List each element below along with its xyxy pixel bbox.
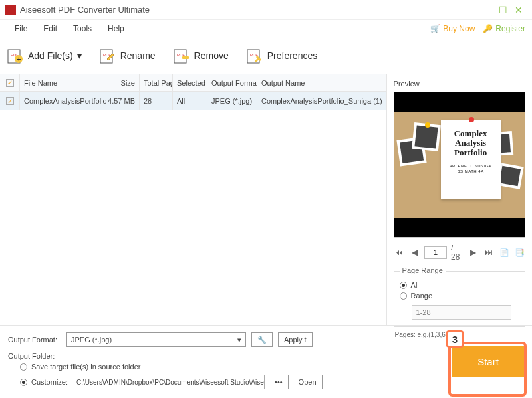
preview-title: Complex Analysis Portfolio: [445, 129, 497, 157]
add-file-button[interactable]: PDF+ Add File(s) ▾: [7, 47, 82, 64]
app-logo-icon: [5, 5, 16, 15]
header-filename[interactable]: File Name: [20, 74, 106, 91]
format-settings-button[interactable]: 🔧: [251, 332, 273, 347]
row-checkbox[interactable]: [6, 97, 14, 105]
apply-to-all-button[interactable]: Apply t: [278, 332, 313, 347]
preview-subtitle: BS MATH 4A: [445, 169, 497, 173]
select-all-checkbox[interactable]: [6, 79, 14, 87]
output-folder-label: Output Folder:: [8, 352, 61, 360]
menu-help[interactable]: Help: [100, 21, 132, 36]
export-page-icon[interactable]: 📑: [514, 248, 525, 257]
save-source-radio[interactable]: Save target file(s) in source folder: [20, 363, 450, 371]
cell-outname: ComplexAnalysisPortfolio_Suniga (1): [257, 92, 386, 110]
wrench-icon: 🔧: [257, 336, 267, 344]
start-label: Start: [477, 356, 499, 367]
cell-size: 4.57 MB: [106, 92, 140, 110]
output-path-field[interactable]: C:\Users\ADMIN\Dropbox\PC\Documents\Aise…: [72, 375, 265, 389]
preview-author: ARLENE D. SUNIGA: [445, 164, 497, 168]
add-file-label: Add File(s): [28, 50, 73, 61]
next-page-button[interactable]: ▶: [467, 248, 479, 257]
maximize-button[interactable]: ☐: [495, 3, 511, 17]
range-input[interactable]: [412, 305, 511, 320]
cell-total: 28: [140, 92, 173, 110]
menu-tools[interactable]: Tools: [65, 21, 100, 36]
file-list-panel: File Name Size Total Pag Selected Output…: [0, 74, 387, 325]
page-range-fieldset: Page Range All Range: [394, 271, 525, 327]
preview-label: Preview: [394, 80, 525, 88]
buy-now-link[interactable]: 🛒 Buy Now: [430, 24, 475, 33]
save-source-label: Save target file(s) in source folder: [31, 363, 140, 371]
apply-label: Apply t: [284, 336, 307, 344]
output-format-label: Output Format:: [8, 336, 61, 344]
menu-edit[interactable]: Edit: [35, 21, 65, 36]
cell-filename: ComplexAnalysisPortfolio_S...: [20, 92, 106, 110]
start-button[interactable]: Start: [452, 346, 524, 377]
rename-label: Rename: [120, 50, 156, 61]
header-format[interactable]: Output Forma: [207, 74, 257, 91]
preview-panel: Preview Complex Analysis Portfolio ARLEN…: [387, 74, 532, 325]
close-button[interactable]: ✕: [511, 3, 527, 17]
svg-rect-8: [182, 56, 189, 59]
open-folder-button[interactable]: Open: [293, 375, 323, 389]
range-all-radio[interactable]: All: [400, 281, 519, 289]
radio-icon: [20, 379, 27, 386]
add-file-icon: PDF+: [7, 47, 24, 64]
cart-icon: 🛒: [430, 24, 440, 33]
svg-text:+: +: [17, 55, 21, 63]
cell-format: JPEG (*.jpg): [207, 92, 257, 110]
open-label: Open: [299, 378, 317, 386]
chevron-down-icon: ▾: [77, 50, 82, 61]
header-outname[interactable]: Output Name: [257, 74, 386, 91]
first-page-button[interactable]: ⏮: [394, 248, 405, 257]
browse-button[interactable]: •••: [269, 375, 289, 389]
output-format-select[interactable]: JPEG (*.jpg) ▾: [66, 332, 246, 347]
prev-page-button[interactable]: ◀: [409, 248, 420, 257]
rename-icon: PDF: [99, 47, 116, 64]
header-size[interactable]: Size: [106, 74, 140, 91]
chevron-down-icon: ▾: [237, 336, 241, 344]
pager: ⏮ ◀ / 28 ▶ ⏭ 📄 📑: [394, 243, 525, 262]
page-total: / 28: [451, 243, 464, 262]
range-custom-label: Range: [411, 292, 432, 300]
radio-icon: [20, 363, 27, 371]
register-link[interactable]: 🔑 Register: [483, 24, 525, 33]
remove-icon: PDF: [173, 47, 190, 64]
callout-number: 3: [446, 330, 464, 348]
radio-icon: [400, 282, 407, 289]
page-range-legend: Page Range: [400, 266, 446, 274]
rename-button[interactable]: PDF Rename: [99, 47, 156, 64]
cell-selected: All: [173, 92, 207, 110]
menubar: File Edit Tools Help 🛒 Buy Now 🔑 Registe…: [0, 20, 532, 37]
toolbar: PDF+ Add File(s) ▾ PDF Rename PDF Remove…: [0, 37, 532, 74]
start-zone: 3 Start: [452, 346, 524, 391]
app-title: Aiseesoft PDF Converter Ultimate: [20, 5, 150, 15]
bottom-panel: Output Format: JPEG (*.jpg) ▾ 🔧 Apply t …: [0, 325, 532, 398]
key-icon: 🔑: [483, 24, 493, 33]
menu-file[interactable]: File: [7, 21, 35, 36]
buy-now-label: Buy Now: [443, 24, 475, 33]
preferences-label: Preferences: [267, 50, 317, 61]
page-input[interactable]: [424, 246, 447, 259]
range-all-label: All: [411, 281, 419, 289]
customize-folder-radio[interactable]: Customize: C:\Users\ADMIN\Dropbox\PC\Doc…: [20, 375, 450, 389]
titlebar: Aiseesoft PDF Converter Ultimate — ☐ ✕: [0, 0, 532, 20]
last-page-button[interactable]: ⏭: [483, 248, 494, 257]
table-header: File Name Size Total Pag Selected Output…: [0, 74, 386, 92]
preferences-button[interactable]: PDF Preferences: [246, 47, 317, 64]
minimize-button[interactable]: —: [479, 3, 495, 17]
header-selected[interactable]: Selected: [173, 74, 207, 91]
customize-label: Customize:: [31, 378, 68, 386]
remove-button[interactable]: PDF Remove: [173, 47, 229, 64]
header-total[interactable]: Total Pag: [140, 74, 173, 91]
remove-label: Remove: [194, 50, 229, 61]
preferences-icon: PDF: [246, 47, 263, 64]
preview-box: Complex Analysis Portfolio ARLENE D. SUN…: [394, 92, 525, 238]
output-format-value: JPEG (*.jpg): [71, 336, 112, 344]
snapshot-icon[interactable]: 📄: [499, 248, 510, 257]
radio-icon: [400, 292, 407, 300]
table-row[interactable]: ComplexAnalysisPortfolio_S... 4.57 MB 28…: [0, 92, 386, 110]
register-label: Register: [495, 24, 525, 33]
range-custom-radio[interactable]: Range: [400, 292, 519, 300]
